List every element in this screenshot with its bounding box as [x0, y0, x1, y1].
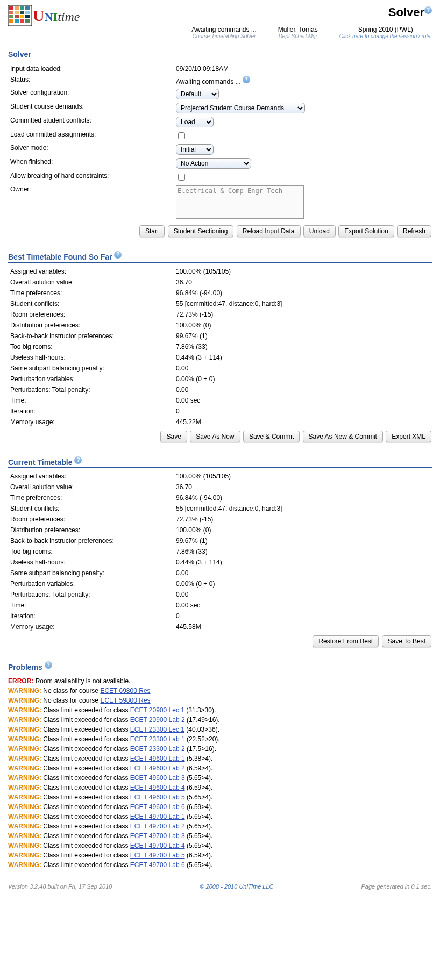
unload-button[interactable]: Unload	[303, 225, 336, 237]
load-committed-checkbox[interactable]	[178, 132, 185, 139]
help-icon[interactable]: ?	[424, 6, 432, 14]
stat-value: 99.67% (1)	[174, 535, 432, 546]
course-link[interactable]: ECET 49700 Lab 5	[130, 852, 185, 859]
warning-label: WARNING:	[8, 813, 41, 820]
stat-value: 0.00 sec	[174, 600, 432, 611]
committed-conflicts-label: Committed student conflicts:	[8, 115, 174, 129]
stat-label: Room preferences:	[8, 514, 174, 525]
stat-value: 96.84% (-94.00)	[174, 288, 432, 298]
best-table: Assigned variables:100.00% (105/105)Over…	[8, 266, 432, 427]
warning-pre: Class limit exceeded for class	[43, 755, 130, 762]
save-to-best-button[interactable]: Save To Best	[382, 635, 432, 647]
status-value: Awaiting commands ... ?	[174, 74, 432, 87]
warning-label: WARNING:	[8, 822, 41, 830]
finished-select[interactable]: No Action	[176, 158, 251, 169]
owner-textarea[interactable]: Electrical & Comp Engr Tech	[176, 185, 304, 219]
help-icon[interactable]: ?	[74, 456, 82, 464]
warning-post: (6.59>4).	[185, 852, 213, 859]
export-solution-button[interactable]: Export Solution	[338, 225, 394, 237]
mode-select[interactable]: Initial	[176, 144, 214, 155]
mode-label: Solver mode:	[8, 142, 174, 156]
stat-value: 0.00	[174, 363, 432, 374]
stat-label: Back-to-back instructor preferences:	[8, 535, 174, 546]
warning-pre: Class limit exceeded for class	[43, 764, 130, 772]
course-link[interactable]: ECET 59800 Res	[100, 697, 150, 704]
warning-pre: Class limit exceeded for class	[43, 784, 130, 791]
warning-label: WARNING:	[8, 697, 41, 704]
finished-label: When finished:	[8, 156, 174, 170]
export-xml-button[interactable]: Export XML	[386, 431, 431, 442]
stat-label: Overall solution value:	[8, 277, 174, 288]
warning-line: WARNING: Class limit exceeded for class …	[8, 783, 432, 792]
svg-rect-13	[9, 19, 13, 23]
warning-pre: Class limit exceeded for class	[43, 832, 130, 840]
warning-label: WARNING:	[8, 716, 41, 724]
course-link[interactable]: ECET 20900 Lab 2	[130, 716, 185, 724]
stat-value: 0.00% (0 + 0)	[174, 374, 432, 384]
course-link[interactable]: ECET 69800 Res	[100, 687, 150, 695]
svg-rect-4	[25, 6, 30, 10]
load-committed-label: Load committed assignments:	[8, 129, 174, 142]
stat-label: Time:	[8, 395, 174, 406]
save-commit-button[interactable]: Save & Commit	[243, 431, 300, 442]
demands-select[interactable]: Projected Student Course Demands	[176, 103, 305, 113]
course-link[interactable]: ECET 23300 Lab 1	[130, 735, 185, 743]
save-button[interactable]: Save	[160, 431, 187, 442]
course-link[interactable]: ECET 49600 Lab 4	[130, 784, 185, 791]
course-link[interactable]: ECET 49600 Lab 5	[130, 793, 185, 801]
warning-line: WARNING: Class limit exceeded for class …	[8, 792, 432, 802]
input-loaded-label: Input data loaded:	[8, 63, 174, 74]
stat-label: Time preferences:	[8, 492, 174, 503]
stat-label: Student conflicts:	[8, 503, 174, 514]
warning-post: (5.65>4).	[185, 822, 213, 830]
help-icon[interactable]: ?	[114, 251, 122, 259]
stat-value: 0	[174, 611, 432, 621]
course-link[interactable]: ECET 49600 Lab 3	[130, 774, 185, 782]
start-button[interactable]: Start	[139, 225, 165, 237]
refresh-button[interactable]: Refresh	[397, 225, 431, 237]
current-section-title: Current Timetable ?	[8, 455, 432, 468]
stat-label: Distribution preferences:	[8, 525, 174, 535]
help-icon[interactable]: ?	[243, 76, 250, 83]
save-as-new-commit-button[interactable]: Save As New & Commit	[303, 431, 383, 442]
svg-rect-16	[25, 19, 30, 23]
user-block[interactable]: Muller, Tomas Dept Sched Mgr	[278, 26, 318, 39]
config-select[interactable]: Default	[176, 89, 219, 99]
course-link[interactable]: ECET 49600 Lab 6	[130, 803, 185, 811]
svg-rect-6	[15, 11, 19, 14]
svg-rect-7	[20, 11, 24, 14]
course-link[interactable]: ECET 23300 Lec 1	[130, 726, 184, 733]
save-as-new-button[interactable]: Save As New	[190, 431, 240, 442]
warning-line: WARNING: No class for course ECET 69800 …	[8, 686, 432, 696]
stat-value: 445.22M	[174, 417, 432, 427]
solver-section-title: Solver	[8, 49, 432, 60]
reload-input-button[interactable]: Reload Input Data	[237, 225, 301, 237]
stat-value: 36.70	[174, 482, 432, 492]
svg-rect-1	[9, 6, 13, 10]
student-sectioning-button[interactable]: Student Sectioning	[168, 225, 234, 237]
course-link[interactable]: ECET 49600 Lab 2	[130, 764, 185, 772]
warning-pre: No class for course	[43, 687, 100, 695]
warning-line: WARNING: No class for course ECET 59800 …	[8, 696, 432, 705]
course-link[interactable]: ECET 23300 Lab 2	[130, 745, 185, 753]
course-link[interactable]: ECET 49700 Lab 2	[130, 822, 185, 830]
error-text: Room availability is not available.	[36, 677, 131, 685]
help-icon[interactable]: ?	[45, 661, 52, 669]
session-block[interactable]: Spring 2010 (PWL) Click here to change t…	[339, 26, 432, 39]
allow-break-checkbox[interactable]	[178, 174, 185, 181]
course-link[interactable]: ECET 49700 Lab 4	[130, 842, 185, 849]
svg-rect-2	[15, 6, 19, 10]
course-link[interactable]: ECET 20900 Lec 1	[130, 706, 184, 714]
warning-label: WARNING:	[8, 793, 41, 801]
warning-line: WARNING: Class limit exceeded for class …	[8, 831, 432, 841]
restore-from-best-button[interactable]: Restore From Best	[313, 635, 379, 647]
stat-label: Too big rooms:	[8, 546, 174, 557]
course-link[interactable]: ECET 49600 Lab 1	[130, 755, 185, 762]
committed-conflicts-select[interactable]: Load	[176, 117, 214, 127]
stat-label: Perturbations: Total penalty:	[8, 589, 174, 600]
course-link[interactable]: ECET 49700 Lab 6	[130, 861, 185, 869]
course-link[interactable]: ECET 49700 Lab 1	[130, 813, 185, 820]
warning-line: WARNING: Class limit exceeded for class …	[8, 725, 432, 734]
warning-pre: No class for course	[43, 697, 100, 704]
course-link[interactable]: ECET 49700 Lab 3	[130, 832, 185, 840]
